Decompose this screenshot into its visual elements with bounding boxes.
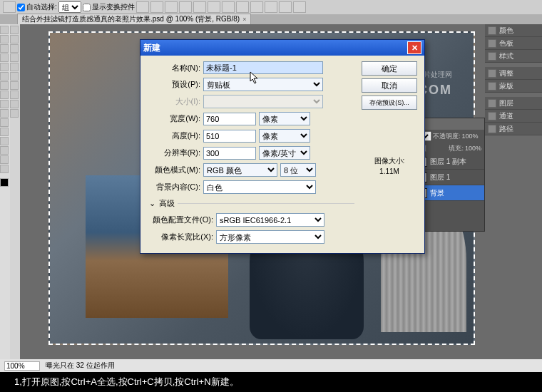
panel-tab-paths[interactable]: 路径 [485, 123, 542, 135]
color-profile-label: 颜色配置文件(O): [148, 215, 213, 225]
align-icon[interactable] [150, 1, 163, 13]
size-dropdown [203, 95, 323, 108]
preset-dropdown[interactable]: 剪贴板 [203, 78, 323, 91]
options-bar: 自动选择: 组 显示变换控件 [0, 0, 542, 14]
tool-icon[interactable] [10, 35, 19, 43]
eraser-tool-icon[interactable] [0, 91, 9, 99]
marquee-tool-icon[interactable] [0, 35, 9, 43]
tool-icon[interactable] [10, 53, 19, 62]
brush-tool-icon[interactable] [0, 72, 9, 81]
tool-icon[interactable] [10, 109, 19, 118]
pixel-aspect-label: 像素长宽比(X): [148, 232, 213, 242]
tool-icon[interactable] [10, 72, 19, 81]
auto-select-checkbox[interactable] [17, 4, 25, 11]
distribute-icon[interactable] [279, 1, 292, 13]
zoom-input[interactable]: 100% [4, 361, 40, 371]
channels-icon [488, 112, 496, 120]
width-unit-dropdown[interactable]: 像素 [259, 112, 310, 125]
align-icon[interactable] [193, 1, 206, 13]
gradient-tool-icon[interactable] [0, 100, 9, 108]
height-input[interactable] [203, 130, 256, 143]
width-input[interactable] [203, 113, 256, 125]
tool-icon[interactable] [10, 44, 19, 53]
distribute-icon[interactable] [250, 1, 263, 13]
crop-tool-icon[interactable] [0, 53, 9, 62]
toolbox-col2 [10, 24, 20, 359]
color-mode-dropdown[interactable]: RGB 颜色 [203, 163, 277, 177]
distribute-icon[interactable] [222, 1, 235, 13]
panel-tab-styles[interactable]: 样式 [485, 50, 542, 63]
tutorial-caption: 1,打开原图,按Ctrl+A全选,按Ctrl+C拷贝,按Ctrl+N新建。 [0, 372, 542, 392]
path-tool-icon[interactable] [0, 137, 9, 145]
color-profile-dropdown[interactable]: sRGB IEC61966-2.1 [216, 213, 324, 227]
collapsed-panels: 颜色 色板 样式 调整 蒙版 图层 通道 路径 [485, 24, 542, 181]
text-tool-icon[interactable] [0, 128, 9, 136]
panel-tab-swatches[interactable]: 色板 [485, 37, 542, 50]
zoom-tool-icon[interactable] [0, 165, 9, 173]
tool-icon[interactable] [10, 81, 19, 90]
hand-tool-icon[interactable] [0, 155, 9, 164]
dialog-form: 名称(N): 预设(P): 剪贴板 大小(I): 宽度(W): 像素 [148, 61, 354, 247]
move-tool-icon[interactable] [3, 1, 16, 13]
auto-select-dropdown[interactable]: 组 [58, 1, 81, 13]
move-tool-icon[interactable] [0, 26, 9, 34]
align-icon[interactable] [208, 1, 220, 13]
ok-button[interactable]: 确定 [362, 61, 417, 76]
dialog-title-text: 新建 [143, 42, 160, 54]
distribute-icon[interactable] [265, 1, 277, 13]
fill-value[interactable]: 100% [465, 145, 481, 152]
dodge-tool-icon[interactable] [0, 109, 9, 118]
distribute-icon[interactable] [236, 1, 249, 13]
status-bar: 100% 曝光只在 32 位起作用 [0, 359, 542, 372]
tool-icon[interactable] [10, 100, 19, 108]
opacity-label: 不透明度: [433, 132, 461, 141]
align-icon[interactable] [165, 1, 178, 13]
align-icon[interactable] [136, 1, 149, 13]
width-label: 宽度(W): [148, 113, 200, 124]
show-transform-checkbox[interactable] [83, 4, 91, 11]
height-unit-dropdown[interactable]: 像素 [259, 129, 310, 143]
paths-icon [488, 125, 496, 133]
adjustments-icon [488, 69, 496, 78]
opacity-value[interactable]: 100% [462, 133, 479, 140]
name-input[interactable] [203, 61, 323, 74]
document-tab-bar: 结合外挂滤镜打造质感通真的老照片效果.psd @ 100% (背景, RGB/8… [0, 14, 542, 24]
resolution-input[interactable] [203, 147, 256, 160]
panel-tab-layers[interactable]: 图层 [485, 97, 542, 110]
tool-icon[interactable] [10, 91, 19, 99]
distribute-icon[interactable] [293, 1, 306, 13]
eyedropper-tool-icon[interactable] [0, 63, 9, 71]
close-button[interactable]: ✕ [407, 41, 421, 54]
dialog-titlebar[interactable]: 新建 ✕ [140, 40, 424, 56]
document-tab[interactable]: 结合外挂滤镜打造质感通真的老照片效果.psd @ 100% (背景, RGB/8… [17, 14, 251, 25]
tool-icon[interactable] [10, 26, 19, 34]
stamp-tool-icon[interactable] [0, 81, 9, 90]
shape-tool-icon[interactable] [0, 146, 9, 155]
height-label: 高度(H): [148, 130, 200, 141]
align-icon[interactable] [179, 1, 192, 13]
advanced-toggle[interactable]: ⌄ 高级 [148, 198, 354, 209]
resolution-unit-dropdown[interactable]: 像素/英寸 [259, 146, 310, 160]
panel-tab-channels[interactable]: 通道 [485, 110, 542, 123]
panel-tab-color[interactable]: 颜色 [485, 24, 542, 37]
close-icon[interactable]: × [242, 16, 246, 23]
bit-depth-dropdown[interactable]: 8 位 [280, 163, 316, 177]
layer-name: 背景 [430, 188, 444, 198]
chevron-down-icon: ⌄ [148, 200, 156, 208]
bg-content-dropdown[interactable]: 白色 [203, 180, 316, 194]
layer-name: 图层 1 副本 [430, 157, 466, 167]
foreground-color-swatch[interactable] [0, 178, 9, 187]
pixel-aspect-dropdown[interactable]: 方形像素 [216, 230, 324, 244]
image-size-value: 1.11M [362, 166, 417, 177]
pen-tool-icon[interactable] [0, 118, 9, 127]
panel-tab-adjustments[interactable]: 调整 [485, 67, 542, 80]
save-preset-button[interactable]: 存储预设(S)... [362, 96, 417, 110]
name-label: 名称(N): [148, 63, 200, 73]
show-transform-label: 显示变换控件 [92, 2, 135, 12]
tool-icon[interactable] [10, 63, 19, 71]
cancel-button[interactable]: 取消 [362, 78, 417, 93]
lasso-tool-icon[interactable] [0, 44, 9, 53]
panel-tab-masks[interactable]: 蒙版 [485, 80, 542, 93]
preset-label: 预设(P): [148, 79, 200, 90]
swatches-icon [488, 39, 496, 48]
